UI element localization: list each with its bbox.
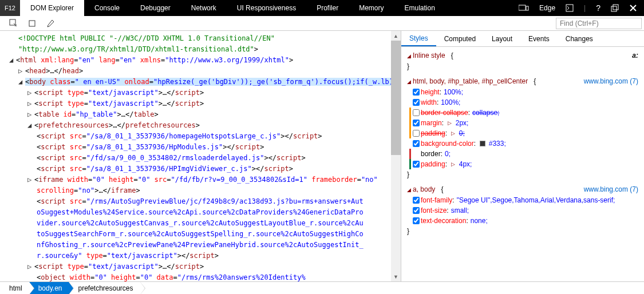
vertical-scrollbar[interactable]: ▲ ▼ [391, 31, 401, 281]
css-property[interactable]: border-collapse:collapse; [413, 108, 638, 118]
styles-panel: Styles Computed Layout Events Changes a:… [401, 31, 644, 281]
tab-memory[interactable]: Memory [349, 0, 394, 16]
table-tag[interactable]: table [38, 110, 59, 118]
expander-icon[interactable]: ▷ [27, 261, 34, 272]
expand-icon[interactable]: ▷ [451, 159, 456, 169]
expand-icon[interactable]: ▷ [451, 128, 456, 138]
property-toggle[interactable] [413, 197, 420, 204]
script-tag[interactable]: script [41, 132, 65, 140]
expander-icon[interactable]: ▷ [27, 98, 34, 109]
script-tag[interactable]: script [38, 89, 63, 97]
inline-style-selector[interactable]: Inline style [413, 51, 445, 59]
css-property[interactable]: background-color: #333; [413, 138, 638, 149]
property-toggle[interactable] [413, 207, 420, 214]
breadcrumb-bar: html body.en prefetchresources [0, 281, 644, 294]
css-property[interactable]: font-family:"Segoe UI",Segoe,Tahoma,Aria… [413, 195, 638, 205]
tab-dom-explorer[interactable]: DOM Explorer [20, 0, 84, 16]
unpin-icon[interactable] [607, 0, 622, 16]
tab-changes[interactable]: Changes [558, 31, 601, 46]
expander-icon[interactable]: ▷ [18, 66, 25, 77]
styles-content[interactable]: a: ◢Inline style { } www.bing.com (7) ◢h… [401, 47, 644, 281]
find-input[interactable] [556, 18, 642, 29]
svg-rect-2 [566, 5, 573, 11]
dom-tree[interactable]: <!DOCTYPE html PUBLIC "-//W3C//DTD XHTML… [0, 31, 401, 281]
css-property[interactable]: padding: ▷0; [413, 128, 638, 138]
expander-icon[interactable]: ▷ [27, 109, 34, 120]
highlight-icon[interactable] [23, 16, 41, 30]
script-tag[interactable]: script [41, 197, 65, 205]
script-tag[interactable]: script [38, 100, 63, 108]
color-swatch[interactable] [480, 141, 485, 146]
html-tag[interactable]: html [20, 56, 37, 64]
breadcrumb-item-active[interactable]: body.en [29, 282, 69, 294]
script-tag[interactable]: script [41, 154, 65, 162]
script-tag[interactable]: script [41, 143, 65, 151]
expander-icon[interactable]: ◢ [18, 77, 25, 88]
tab-layout[interactable]: Layout [484, 31, 520, 46]
source-link[interactable]: www.bing.com (7) [584, 184, 638, 194]
select-element-icon[interactable] [5, 16, 23, 30]
svg-rect-0 [519, 5, 526, 10]
tab-styles[interactable]: Styles [401, 31, 436, 46]
property-toggle[interactable] [413, 161, 420, 168]
close-icon[interactable] [626, 0, 641, 16]
scroll-thumb[interactable] [391, 41, 401, 155]
css-property[interactable]: padding: ▷4px; [413, 159, 638, 169]
top-menu-bar: F12 DOM Explorer Console Debugger Networ… [0, 0, 644, 16]
tab-emulation[interactable]: Emulation [394, 0, 445, 16]
property-toggle[interactable] [413, 140, 420, 147]
prefetchresources-tag[interactable]: prefetchresources [38, 121, 109, 129]
expander-icon[interactable]: ▷ [27, 174, 34, 185]
body-element-selected[interactable]: <body class=" en en-US" onload="hpResize… [25, 78, 401, 86]
breadcrumb-item[interactable]: prefetchresources [69, 282, 140, 294]
color-picker-icon[interactable] [41, 16, 60, 30]
head-tag[interactable]: head [29, 67, 46, 75]
tab-network[interactable]: Network [181, 0, 227, 16]
console-icon[interactable] [562, 0, 577, 16]
expand-icon[interactable]: ▷ [448, 118, 452, 128]
top-right-icons: Edge | ? [515, 0, 644, 16]
expander-icon[interactable]: ▷ [27, 88, 34, 98]
iframe-tag[interactable]: iframe [38, 176, 63, 184]
source-link[interactable]: www.bing.com (7) [584, 76, 638, 86]
scroll-down-icon[interactable]: ▼ [391, 272, 401, 281]
property-toggle[interactable] [413, 217, 420, 224]
collapse-icon[interactable]: ◢ [407, 77, 412, 87]
tab-debugger[interactable]: Debugger [130, 0, 181, 16]
css-property[interactable]: width:100%; [413, 97, 638, 108]
collapse-icon[interactable]: ◢ [407, 51, 412, 61]
tab-console[interactable]: Console [84, 0, 130, 16]
script-tag[interactable]: script [38, 263, 63, 271]
svg-rect-1 [526, 6, 528, 10]
rule-selector[interactable]: a, body [413, 185, 435, 193]
separator: | [580, 0, 589, 16]
css-property[interactable]: height:100%; [413, 87, 638, 97]
property-toggle[interactable] [413, 89, 420, 96]
scroll-up-icon[interactable]: ▲ [391, 31, 401, 41]
tab-computed[interactable]: Computed [436, 31, 484, 46]
styles-tabs: Styles Computed Layout Events Changes [401, 31, 644, 47]
tab-profiler[interactable]: Profiler [306, 0, 349, 16]
doctype-line2[interactable]: "http://www.w3.org/TR/xhtml1/DTD/xhtml1-… [18, 45, 254, 53]
breadcrumb-item[interactable]: html [0, 282, 29, 294]
property-toggle[interactable] [413, 99, 420, 106]
css-property[interactable]: border:0; [413, 149, 638, 159]
css-property[interactable]: font-size:small; [413, 205, 638, 216]
script-tag[interactable]: script [41, 165, 65, 173]
doctype-line1[interactable]: <!DOCTYPE html PUBLIC "-//W3C//DTD XHTML… [18, 34, 275, 42]
property-toggle[interactable] [413, 130, 420, 137]
device-icon[interactable] [515, 0, 532, 16]
object-tag[interactable]: object [41, 273, 65, 281]
help-icon[interactable]: ? [592, 0, 604, 16]
property-toggle[interactable] [413, 120, 420, 126]
collapse-icon[interactable]: ◢ [407, 185, 412, 195]
css-property[interactable]: text-decoration:none; [413, 216, 638, 226]
tab-ui-responsiveness[interactable]: UI Responsiveness [227, 0, 306, 16]
property-toggle[interactable] [413, 109, 420, 116]
expander-icon[interactable]: ◢ [9, 55, 16, 66]
svg-rect-4 [613, 5, 618, 10]
css-property[interactable]: margin: ▷2px; [413, 118, 638, 128]
expander-icon[interactable]: ◢ [27, 120, 34, 131]
tab-events[interactable]: Events [520, 31, 558, 46]
rule-selector[interactable]: html, body, #hp_table, #hp_cellCenter [413, 77, 528, 85]
